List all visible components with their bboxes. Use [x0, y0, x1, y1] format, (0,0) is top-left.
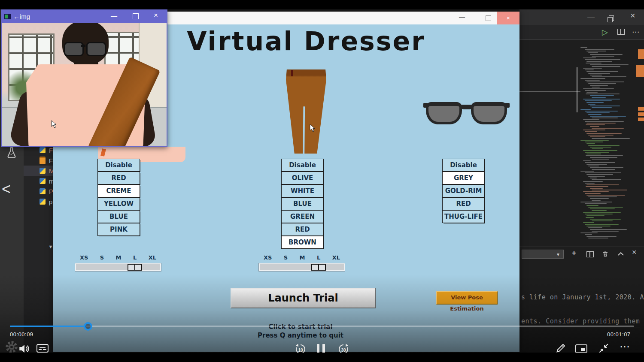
option-blue[interactable]: BLUE [281, 197, 324, 210]
minimap-line [585, 183, 595, 184]
minimap-line [588, 207, 623, 208]
minimap-line [583, 130, 605, 130]
video-progress-bar[interactable] [10, 326, 634, 327]
vscode-close-icon[interactable]: × [630, 11, 635, 21]
forward-label: 30 [337, 348, 349, 353]
terminal-underline [521, 328, 640, 328]
option-disable[interactable]: Disable [97, 159, 140, 172]
size-label-m: M [116, 254, 122, 261]
video-frame: < FFMmPp ▾ OUTLINE {}ar{}cv{}cv{}cv{}da{… [0, 0, 644, 362]
option-white[interactable]: WHITE [281, 184, 324, 197]
minimap-line [590, 126, 599, 127]
view-pose-estimation-button[interactable]: View Pose Estimation [436, 291, 498, 305]
file-label: p [49, 198, 52, 205]
shirt-tag [100, 148, 106, 157]
editor-more-icon[interactable]: ⋯ [632, 27, 639, 36]
minimap-line [586, 184, 619, 185]
minimap-line [586, 155, 623, 156]
progress-handle[interactable] [84, 322, 92, 331]
minimap-line [586, 164, 607, 165]
minimap-line [585, 234, 592, 235]
minimap-line [586, 123, 616, 124]
more-options-icon[interactable]: ⋯ [620, 341, 630, 353]
kill-terminal-icon[interactable] [602, 250, 609, 259]
scrollbar-marker [638, 112, 644, 116]
minimap-line [586, 186, 608, 187]
option-red[interactable]: RED [281, 223, 324, 236]
size-label-m: M [300, 254, 305, 261]
minimap-line [580, 47, 587, 48]
size-label-xl: XL [332, 254, 340, 261]
cam-maximize-icon[interactable] [133, 13, 139, 19]
minimap-line [586, 143, 595, 144]
pants-options: DisableOLIVEWHITEBLUEGREENREDBROWN [281, 159, 324, 249]
minimap[interactable] [580, 47, 631, 244]
vd-maximize-icon[interactable] [486, 15, 491, 21]
option-pink[interactable]: PINK [97, 223, 140, 236]
progress-fill [10, 326, 86, 327]
new-terminal-icon[interactable]: + [572, 249, 576, 257]
option-blue[interactable]: BLUE [97, 210, 140, 223]
launch-trial-button[interactable]: Launch Trial [231, 288, 376, 308]
python-file-icon [39, 188, 46, 194]
hint-line-2: Press Q anytime to quit [236, 332, 365, 339]
size-label-l: L [317, 254, 320, 261]
minimap-line [585, 90, 606, 91]
minimap-line [586, 133, 622, 134]
option-disable[interactable]: Disable [442, 159, 485, 172]
option-disable[interactable]: Disable [281, 159, 324, 172]
option-green[interactable]: GREEN [281, 210, 324, 223]
vd-minimize-icon[interactable]: — [459, 13, 465, 20]
split-terminal-icon[interactable] [586, 251, 594, 259]
pants-size-slider[interactable] [258, 263, 345, 272]
minimap-line [585, 69, 594, 70]
option-creme[interactable]: CREME [97, 184, 140, 197]
minimap-line [586, 195, 625, 196]
minimap-line [583, 99, 620, 100]
cam-minimize-icon[interactable]: — [111, 12, 117, 19]
run-icon[interactable]: ▷ [602, 27, 608, 37]
option-red[interactable]: RED [442, 197, 485, 210]
split-editor-icon[interactable] [617, 29, 625, 36]
option-olive[interactable]: OLIVE [281, 172, 324, 184]
minimap-line [585, 80, 600, 81]
minimap-line [586, 215, 605, 216]
option-grey[interactable]: GREY [442, 172, 485, 184]
cam-close-icon[interactable]: × [154, 11, 158, 20]
pants-preview-image [286, 69, 326, 154]
vscode-restore-icon[interactable] [609, 14, 614, 23]
minimap-line [585, 172, 621, 173]
minimap-line [592, 138, 630, 139]
pants-size-handle[interactable] [311, 264, 326, 271]
vscode-minimize-icon[interactable]: — [587, 12, 595, 21]
shirt-size-slider[interactable] [75, 263, 161, 272]
minimap-line [592, 190, 627, 190]
minimap-line [590, 54, 623, 55]
maximize-panel-icon[interactable] [617, 251, 624, 259]
belt-loop [291, 70, 293, 76]
option-red[interactable]: RED [97, 172, 140, 184]
minimap-line [580, 109, 591, 110]
option-brown[interactable]: BROWN [281, 236, 324, 249]
person-head [62, 23, 109, 64]
size-label-l: L [133, 254, 137, 261]
vd-close-icon[interactable]: × [497, 12, 519, 24]
shirt-size-handle[interactable] [128, 264, 142, 271]
asset-file-icon [39, 157, 46, 164]
minimap-line [586, 102, 604, 103]
size-label-xs: XS [264, 254, 272, 261]
option-yellow[interactable]: YELLOW [97, 197, 140, 210]
option-thug-life[interactable]: THUG-LIFE [442, 210, 485, 223]
minimap-line [590, 229, 627, 230]
close-panel-icon[interactable]: × [632, 248, 637, 257]
minimap-line [585, 121, 624, 122]
minimap-line [588, 166, 599, 166]
webcam-titlebar[interactable]: ←img — × [1, 9, 167, 23]
duration-time: 00:01:07 [607, 331, 631, 338]
minimap-line [592, 159, 609, 160]
chevron-left-icon[interactable]: < [2, 180, 11, 198]
option-gold-rim[interactable]: GOLD-RIM [442, 184, 485, 197]
minimap-line [585, 111, 618, 112]
terminal-selector-dropdown[interactable]: ▼ [522, 250, 564, 259]
test-flask-icon[interactable] [6, 147, 18, 160]
